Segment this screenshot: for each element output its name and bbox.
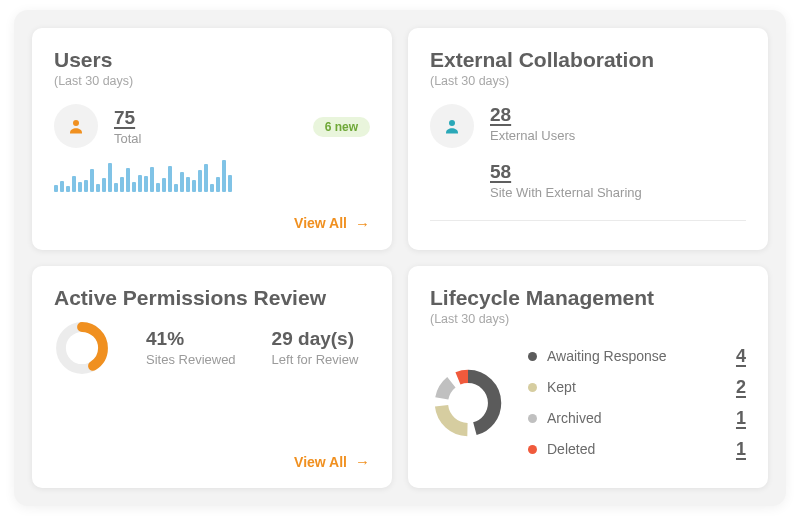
users-card: Users (Last 30 days) 75 Total 6 new View… xyxy=(32,28,392,250)
spark-bar xyxy=(168,166,172,192)
users-total-value: 75 xyxy=(114,107,141,129)
users-view-all-link[interactable]: View All → xyxy=(54,215,370,232)
spark-bar xyxy=(66,186,70,192)
arrow-right-icon: → xyxy=(355,453,370,470)
legend-label: Archived xyxy=(547,410,601,426)
spark-bar xyxy=(198,170,202,192)
view-all-label: View All xyxy=(294,215,347,231)
spark-bar xyxy=(222,160,226,192)
spark-bar xyxy=(204,164,208,192)
spark-bar xyxy=(126,168,130,192)
spark-bar xyxy=(216,177,220,192)
spark-bar xyxy=(132,182,136,192)
user-icon xyxy=(54,104,98,148)
spark-bar xyxy=(156,183,160,192)
percent-value: 41% xyxy=(146,328,236,350)
permissions-title: Active Permissions Review xyxy=(54,286,370,310)
svg-point-1 xyxy=(449,120,455,126)
spark-bar xyxy=(186,177,190,192)
spark-bar xyxy=(144,176,148,192)
legend-row: Awaiting Response4 xyxy=(528,346,746,367)
external-users-label: External Users xyxy=(490,128,642,143)
spark-bar xyxy=(138,175,142,192)
legend-dot-icon xyxy=(528,414,537,423)
external-sites-value: 58 xyxy=(490,161,642,183)
external-title: External Collaboration xyxy=(430,48,746,72)
spark-bar xyxy=(210,184,214,192)
percent-stat: 41% Sites Reviewed xyxy=(146,328,236,367)
legend-count: 2 xyxy=(736,377,746,398)
external-collab-card: External Collaboration (Last 30 days) 28… xyxy=(408,28,768,250)
external-subtitle: (Last 30 days) xyxy=(430,74,746,88)
legend-label: Deleted xyxy=(547,441,595,457)
external-user-icon xyxy=(430,104,474,148)
legend-count: 1 xyxy=(736,408,746,429)
divider xyxy=(430,220,746,221)
spark-bar xyxy=(60,181,64,192)
users-title: Users xyxy=(54,48,370,72)
lifecycle-title: Lifecycle Management xyxy=(430,286,746,310)
external-users-value: 28 xyxy=(490,104,642,126)
spark-bar xyxy=(228,175,232,192)
spark-bar xyxy=(108,163,112,192)
spark-bar xyxy=(192,180,196,192)
external-sites-block: 58 Site With External Sharing xyxy=(490,161,642,200)
permissions-donut-icon xyxy=(54,320,110,376)
permissions-view-all-link[interactable]: View All → xyxy=(54,453,370,470)
spark-bar xyxy=(162,178,166,192)
legend-label: Awaiting Response xyxy=(547,348,667,364)
legend-label: Kept xyxy=(547,379,576,395)
spark-bar xyxy=(120,177,124,192)
external-sites-label: Site With External Sharing xyxy=(490,185,642,200)
dashboard-container: Users (Last 30 days) 75 Total 6 new View… xyxy=(14,10,786,506)
lifecycle-legend: Awaiting Response4Kept2Archived1Deleted1 xyxy=(528,346,746,460)
days-stat: 29 day(s) Left for Review xyxy=(272,328,359,367)
spark-bar xyxy=(90,169,94,192)
users-total-block: 75 Total xyxy=(114,107,141,146)
arrow-right-icon: → xyxy=(355,215,370,232)
spark-bar xyxy=(102,178,106,192)
legend-count: 4 xyxy=(736,346,746,367)
legend-row: Kept2 xyxy=(528,377,746,398)
spark-bar xyxy=(84,180,88,192)
spark-bar xyxy=(150,167,154,192)
svg-point-0 xyxy=(73,120,79,126)
spark-bar xyxy=(174,184,178,192)
legend-dot-icon xyxy=(528,445,537,454)
users-subtitle: (Last 30 days) xyxy=(54,74,370,88)
users-new-badge: 6 new xyxy=(313,117,370,137)
spark-bar xyxy=(180,172,184,192)
legend-row: Archived1 xyxy=(528,408,746,429)
spark-bar xyxy=(114,183,118,192)
spark-bar xyxy=(78,182,82,192)
users-sparkline xyxy=(54,158,370,192)
spark-bar xyxy=(72,176,76,192)
legend-dot-icon xyxy=(528,383,537,392)
permissions-card: Active Permissions Review 41% Sites Revi… xyxy=(32,266,392,489)
lifecycle-card: Lifecycle Management (Last 30 days) Awai… xyxy=(408,266,768,489)
users-total-label: Total xyxy=(114,131,141,146)
lifecycle-subtitle: (Last 30 days) xyxy=(430,312,746,326)
legend-row: Deleted1 xyxy=(528,439,746,460)
percent-label: Sites Reviewed xyxy=(146,352,236,367)
days-value: 29 day(s) xyxy=(272,328,359,350)
spark-bar xyxy=(96,184,100,192)
legend-count: 1 xyxy=(736,439,746,460)
spark-bar xyxy=(54,185,58,192)
lifecycle-donut-icon xyxy=(430,365,506,441)
external-users-block: 28 External Users xyxy=(490,104,642,143)
days-label: Left for Review xyxy=(272,352,359,367)
view-all-label: View All xyxy=(294,454,347,470)
legend-dot-icon xyxy=(528,352,537,361)
